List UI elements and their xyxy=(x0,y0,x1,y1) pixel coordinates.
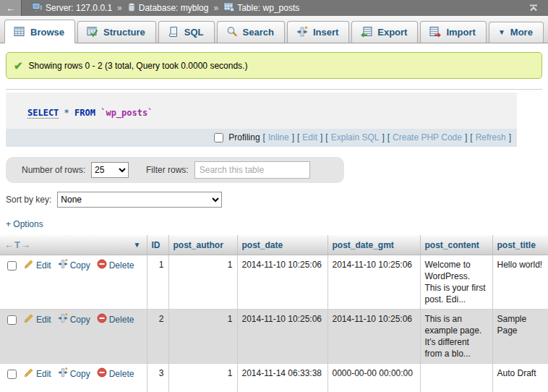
cell-post-author: 1 xyxy=(168,310,237,364)
tab-label: Insert xyxy=(313,27,338,38)
pencil-icon xyxy=(24,259,34,272)
collapse-console-icon[interactable] xyxy=(519,4,548,12)
table-row: EditCopyDelete212014-11-10 10:25:062014-… xyxy=(0,310,548,364)
tab-import[interactable]: Import xyxy=(420,21,486,43)
tab-label: More xyxy=(510,27,533,38)
copy-row-link[interactable]: Copy xyxy=(58,313,90,326)
export-icon xyxy=(361,26,372,38)
column-header-post-date[interactable]: post_date xyxy=(237,235,327,255)
cell-post-date-gmt: 0000-00-00 00:00:00 xyxy=(327,364,420,392)
cell-post-date-gmt: 2014-11-10 10:25:06 xyxy=(327,310,420,364)
cell-post-date: 2014-11-10 10:25:06 xyxy=(237,310,327,364)
cell-id: 2 xyxy=(147,310,168,364)
sql-query-box: SELECT * FROM `wp_posts` xyxy=(6,93,517,129)
sql-icon xyxy=(168,26,179,38)
breadcrumb-table-link[interactable]: Table: wp_posts xyxy=(237,3,299,13)
cell-post-author: 1 xyxy=(168,364,237,392)
table-row: EditCopyDelete112014-11-10 10:25:062014-… xyxy=(0,255,548,310)
profiling-checkbox[interactable] xyxy=(214,133,223,142)
breadcrumb-server-link[interactable]: Server: 127.0.0.1 xyxy=(46,3,112,13)
delete-icon xyxy=(97,313,107,326)
cell-id: 1 xyxy=(147,255,168,310)
copy-icon xyxy=(58,313,68,326)
tab-search[interactable]: Search xyxy=(217,21,285,43)
table-icon xyxy=(223,2,234,14)
edit-row-link[interactable]: Edit xyxy=(24,259,51,272)
section-divider xyxy=(6,89,542,90)
sort-row: Sort by key: None xyxy=(6,192,548,208)
tab-label: Export xyxy=(377,27,407,38)
query-options-bar: Profiling [Inline] [Edit] [Explain SQL] … xyxy=(6,129,517,147)
edit-row-link[interactable]: Edit xyxy=(24,313,51,326)
tab-label: Structure xyxy=(103,27,145,38)
sort-dropdown-icon[interactable]: ▼ xyxy=(134,241,141,249)
cell-post-date: 2014-11-14 06:33:38 xyxy=(237,364,327,392)
edit-row-link[interactable]: Edit xyxy=(24,367,51,380)
sql-keyword-from: FROM xyxy=(74,108,95,118)
row-actions-cell: EditCopyDelete xyxy=(0,310,147,364)
copy-row-link[interactable]: Copy xyxy=(58,259,90,272)
column-header-post-author[interactable]: post_author xyxy=(168,235,237,255)
database-icon xyxy=(127,2,136,14)
copy-row-link[interactable]: Copy xyxy=(58,367,90,380)
sort-key-select[interactable]: None xyxy=(57,192,222,208)
column-header-post-date-gmt[interactable]: post_date_gmt xyxy=(327,235,420,255)
breadcrumb-database-link[interactable]: Database: myblog xyxy=(139,3,209,13)
tab-sql[interactable]: SQL xyxy=(158,21,215,43)
sql-table-ref: `wp_posts` xyxy=(100,108,153,118)
tab-insert[interactable]: Insert xyxy=(287,21,349,43)
cell-post-author: 1 xyxy=(168,255,237,310)
cell-post-content xyxy=(420,364,492,392)
pencil-icon xyxy=(24,367,34,380)
inline-link[interactable]: Inline xyxy=(268,132,289,142)
row-actions-cell: EditCopyDelete xyxy=(0,255,147,310)
tab-export[interactable]: Export xyxy=(351,21,418,43)
row-checkbox[interactable] xyxy=(7,261,17,270)
breadcrumb: Server: 127.0.0.1 » Database: myblog » T… xyxy=(22,2,519,14)
delete-row-link[interactable]: Delete xyxy=(97,259,134,272)
rows-label: Number of rows: xyxy=(22,165,85,175)
column-header-post-title[interactable]: post_title xyxy=(492,235,548,255)
delete-row-link[interactable]: Delete xyxy=(97,367,134,380)
tab-structure[interactable]: Structure xyxy=(77,21,156,43)
cell-post-title: Hello world! xyxy=(492,255,548,310)
rows-count-select[interactable]: 25 xyxy=(91,162,129,178)
create-php-code-link[interactable]: Create PHP Code xyxy=(393,132,462,142)
explain-sql-link[interactable]: Explain SQL xyxy=(331,132,380,142)
tab-browse[interactable]: Browse xyxy=(4,20,75,43)
copy-icon xyxy=(58,367,68,380)
cell-post-date-gmt: 2014-11-10 10:25:06 xyxy=(327,255,420,310)
tab-more[interactable]: ▼ More xyxy=(489,22,544,43)
options-toggle-link[interactable]: + Options xyxy=(6,219,43,229)
column-header-id[interactable]: ID xyxy=(147,235,168,255)
copy-icon xyxy=(58,259,68,272)
row-checkbox[interactable] xyxy=(7,370,17,379)
table-header-row: ←T→ ▼ ID post_author post_date post_date… xyxy=(0,235,548,255)
refresh-link[interactable]: Refresh xyxy=(476,132,506,142)
structure-icon xyxy=(87,26,98,38)
filter-label: Filter rows: xyxy=(146,165,189,175)
transpose-icon[interactable]: ←T→ xyxy=(4,239,31,250)
cell-post-content: This is an example page. It's different … xyxy=(420,310,492,364)
sql-star: * xyxy=(64,108,69,118)
status-message-text: Showing rows 0 - 2 (3 total, Query took … xyxy=(29,61,248,71)
chevron-down-icon: ▼ xyxy=(498,28,505,36)
cell-post-date: 2014-11-10 10:25:06 xyxy=(237,255,327,310)
sql-keyword-select: SELECT xyxy=(27,108,59,119)
filter-input[interactable] xyxy=(194,161,310,179)
table-row: EditCopyDelete312014-11-14 06:33:380000-… xyxy=(0,364,548,392)
column-actions-header[interactable]: ←T→ ▼ xyxy=(0,235,147,255)
insert-icon xyxy=(296,26,308,38)
sort-label: Sort by key: xyxy=(6,195,51,205)
breadcrumb-separator: » xyxy=(116,3,124,13)
cell-post-title: Auto Draft xyxy=(492,364,548,392)
status-message: ✔ Showing rows 0 - 2 (3 total, Query too… xyxy=(6,52,542,79)
back-button[interactable]: ← xyxy=(0,0,22,16)
cell-post-content: Welcome to WordPress. This is your first… xyxy=(420,255,492,310)
tab-bar: Browse Structure SQL Search Insert xyxy=(0,16,548,43)
row-checkbox[interactable] xyxy=(7,315,17,325)
breadcrumb-bar: ← Server: 127.0.0.1 » Database: myblog » xyxy=(0,0,548,16)
column-header-post-content[interactable]: post_content xyxy=(420,235,492,255)
edit-query-link[interactable]: Edit xyxy=(302,132,317,142)
delete-row-link[interactable]: Delete xyxy=(97,313,134,326)
